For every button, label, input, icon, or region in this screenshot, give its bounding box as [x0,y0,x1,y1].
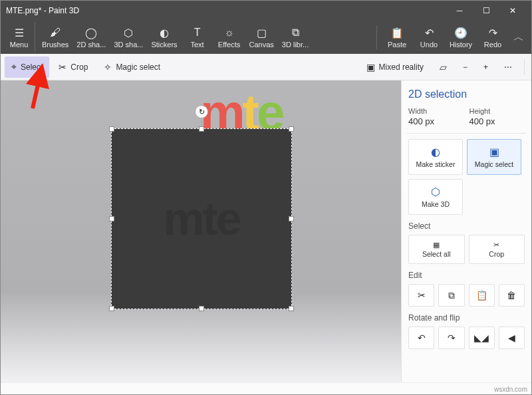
undo-label: Undo [420,41,438,49]
height-value: 400 px [469,116,525,126]
more-button[interactable]: ⋯ [497,57,519,78]
height-label: Height [469,107,525,115]
cube-icon: ⬡ [431,186,440,198]
effects-icon: ☼ [224,26,234,39]
brushes-button[interactable]: 🖌 Brushes [38,22,72,53]
flip-h-icon: ◣◢ [474,332,489,343]
resize-handle-ne[interactable] [289,126,294,132]
resize-handle-s[interactable] [199,306,204,311]
2d-shapes-label: 2D sha... [76,41,106,49]
paste-button[interactable]: 📋 Paste [381,22,413,53]
magic-select-label: Magic select [475,160,513,168]
library-icon: ⧉ [292,26,299,39]
canvas-icon: ▢ [257,26,267,39]
width-label: Width [408,107,464,115]
text-label: Text [190,41,203,49]
undo-button[interactable]: ↶ Undo [413,22,445,53]
resize-handle-nw[interactable] [109,126,114,132]
side-panel: 2D selection Width 400 px Height 400 px … [401,80,531,382]
cut-icon: ✂ [418,290,426,301]
2d-shapes-button[interactable]: ◯ 2D sha... [72,22,110,53]
select-label: Select [21,63,43,72]
3d-shapes-label: 3D sha... [114,41,143,49]
select-all-button[interactable]: ▦ Select all [408,235,465,264]
magic-select-icon: ▣ [489,146,499,158]
brush-icon: 🖌 [50,26,61,39]
window-controls: ─ ☐ ✕ [446,1,526,21]
redo-button[interactable]: ↷ Redo [477,22,509,53]
stickers-button[interactable]: ◐ Stickers [147,22,181,53]
width-value: 400 px [408,116,464,126]
flip-horizontal-button[interactable]: ◣◢ [469,327,495,349]
select-tool-button[interactable]: ⌖ Select [5,57,49,78]
rotate-handle[interactable]: ↻ [195,105,208,118]
trash-icon: 🗑 [507,290,516,301]
redo-label: Redo [484,41,501,49]
mixed-reality-button[interactable]: ▣ Mixed reality [360,57,430,78]
delete-button[interactable]: 🗑 [499,284,525,307]
select-section-label: Select [408,221,525,231]
resize-handle-w[interactable] [109,216,114,221]
resize-handle-se[interactable] [289,306,294,311]
flip-v-icon: ◀ [508,332,515,343]
magic-icon: ✧ [104,62,112,72]
crop-label: Crop [70,63,88,72]
width-field[interactable]: Width 400 px [408,107,464,126]
copy-button[interactable]: ⧉ [438,284,464,307]
selection-box[interactable]: ↻ mte [111,128,292,309]
crop-tool-button[interactable]: ✂ Crop [52,57,94,78]
minimize-button[interactable]: ─ [446,1,473,21]
make-3d-label: Make 3D [422,200,450,208]
cube-icon: ⬡ [124,26,133,39]
make-sticker-button[interactable]: ◐ Make sticker [408,139,463,175]
resize-handle-n[interactable] [199,126,204,132]
text-button[interactable]: T Text [182,22,213,53]
menu-icon: ☰ [15,26,24,39]
flip-vertical-button[interactable]: ◀ [499,327,525,349]
selection-content: mte [163,192,239,245]
paste-label: Paste [388,41,406,49]
window-title: MTE.png* - Paint 3D [6,6,446,15]
rotate-right-button[interactable]: ↷ [438,327,464,349]
resize-handle-sw[interactable] [109,306,114,311]
menu-button[interactable]: ☰ Menu [3,22,35,53]
3d-shapes-button[interactable]: ⬡ 3D sha... [110,22,147,53]
sticker-icon: ◐ [431,146,440,158]
view-3d-button[interactable]: ▱ [433,57,454,78]
height-field[interactable]: Height 400 px [469,107,525,126]
select-all-icon: ▦ [433,241,440,249]
history-button[interactable]: 🕘 History [445,22,477,53]
close-button[interactable]: ✕ [499,1,526,21]
paste-button-2[interactable]: 📋 [469,284,495,307]
effects-button[interactable]: ☼ Effects [213,22,245,53]
canvas-label: Canvas [249,41,274,49]
3d-library-label: 3D libr... [282,41,309,49]
select-all-label: Select all [422,250,451,258]
zoom-in-button[interactable]: + [477,57,495,78]
paste-icon: 📋 [390,26,404,39]
history-label: History [450,41,472,49]
text-icon: T [194,26,201,39]
rotate-section-label: Rotate and flip [408,313,525,323]
zoom-out-button[interactable]: − [456,57,474,78]
crop-button[interactable]: ✂ Crop [469,235,525,264]
crop-icon: ✂ [59,62,66,72]
status-bar [1,382,531,394]
ribbon-toolbar: ☰ Menu 🖌 Brushes ◯ 2D sha... ⬡ 3D sha...… [1,21,531,54]
crop-label-2: Crop [489,250,504,258]
rotate-left-button[interactable]: ↶ [408,327,434,349]
undo-icon: ↶ [425,26,434,39]
collapse-ribbon-button[interactable]: ︿ [509,31,529,45]
canvas-area[interactable]: mte ↻ mte [1,80,401,382]
magic-select-tile[interactable]: ▣ Magic select [467,139,521,175]
magic-select-button[interactable]: ✧ Magic select [97,57,167,78]
cut-button[interactable]: ✂ [408,284,434,307]
history-icon: 🕘 [454,26,467,39]
canvas-button[interactable]: ▢ Canvas [245,22,278,53]
make-3d-button[interactable]: ⬡ Make 3D [408,179,463,215]
resize-handle-e[interactable] [289,216,294,221]
menu-label: Menu [10,41,29,49]
3d-library-button[interactable]: ⧉ 3D libr... [278,22,313,53]
maximize-button[interactable]: ☐ [473,1,499,21]
titlebar: MTE.png* - Paint 3D ─ ☐ ✕ [1,1,531,21]
